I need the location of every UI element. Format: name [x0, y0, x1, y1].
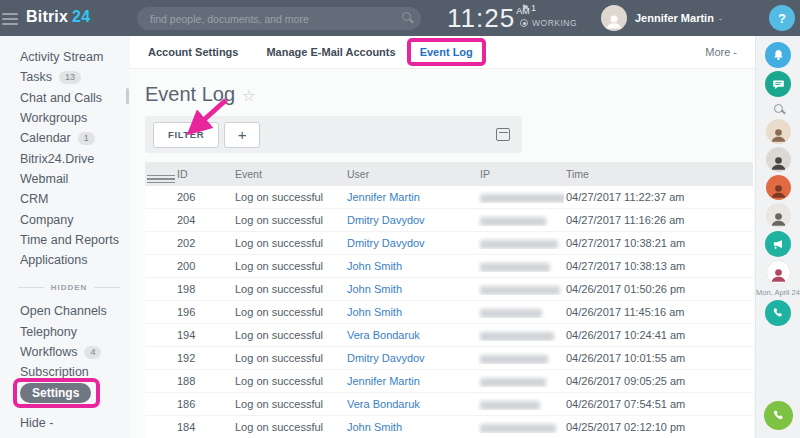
table-row[interactable]: 188Log on successfulJennifer Martin04/26…: [145, 370, 753, 393]
ip-blur: [480, 309, 542, 318]
working-status[interactable]: WORKING: [520, 18, 577, 28]
app-logo[interactable]: Bitrix24: [26, 8, 90, 26]
recent-contact-avatar[interactable]: [766, 119, 791, 144]
column-header-event[interactable]: Event: [233, 168, 345, 180]
user-menu[interactable]: Jennifer Martin -: [601, 5, 723, 31]
table-row[interactable]: 198Log on successfulJohn Smith04/26/2017…: [145, 278, 753, 301]
sidebar-item-label: Bitrix24.Drive: [20, 152, 94, 166]
sidebar-item-workgroups[interactable]: Workgroups: [0, 108, 130, 128]
table-row[interactable]: 202Log on successfulDmitry Davydov04/27/…: [145, 232, 753, 255]
ip-blur: [480, 378, 546, 387]
cell-ip-redacted: [478, 260, 564, 272]
table-row[interactable]: 200Log on successfulJohn Smith04/27/2017…: [145, 255, 753, 278]
cell-event: Log on successful: [233, 329, 345, 341]
column-header-user[interactable]: User: [345, 168, 478, 180]
sidebar-item-settings[interactable]: Settings: [0, 382, 130, 402]
messenger-button[interactable]: [765, 71, 791, 97]
sidebar-item-activity-stream[interactable]: Activity Stream: [0, 47, 130, 67]
cell-ip-redacted: [478, 375, 564, 387]
user-name: Jennifer Martin: [635, 12, 714, 24]
telephony-button[interactable]: [765, 300, 791, 326]
calendar-icon[interactable]: [496, 128, 510, 141]
avatar: [601, 5, 627, 31]
sidebar-item-bitrix24-drive[interactable]: Bitrix24.Drive: [0, 148, 130, 168]
sidebar-item-chat-and-calls[interactable]: Chat and Calls: [0, 88, 130, 108]
cell-user: Vera Bondaruk: [345, 329, 478, 341]
column-header-id[interactable]: ID: [175, 168, 233, 180]
sidebar-item-applications[interactable]: Applications: [0, 250, 130, 270]
sidebar-scrollbar[interactable]: [126, 88, 129, 104]
sidebar-item-workflows[interactable]: Workflows4: [0, 342, 130, 362]
tab-account-settings[interactable]: Account Settings: [148, 46, 238, 58]
table-row[interactable]: 196Log on successfulJohn Smith04/26/2017…: [145, 301, 753, 324]
announcements-button[interactable]: [765, 231, 791, 257]
cell-time: 04/27/2017 10:38:13 am: [564, 260, 753, 272]
table-header: ID Event User IP Time: [145, 162, 753, 186]
user-link[interactable]: Jennifer Martin: [347, 375, 420, 387]
add-filter-button[interactable]: +: [224, 122, 260, 148]
event-log-table: ID Event User IP Time 206Log on successf…: [145, 162, 753, 438]
table-row[interactable]: 204Log on successfulDmitry Davydov04/27/…: [145, 209, 753, 232]
sidebar-item-label: CRM: [20, 192, 48, 206]
sidebar-item-time-and-reports[interactable]: Time and Reports: [0, 230, 130, 250]
recent-contact-avatar[interactable]: [766, 203, 791, 228]
sidebar-hide-link[interactable]: Hide -: [0, 416, 130, 430]
user-link[interactable]: Dmitry Davydov: [347, 214, 425, 226]
user-link[interactable]: Dmitry Davydov: [347, 352, 425, 364]
sidebar-item-webmail[interactable]: Webmail: [0, 169, 130, 189]
table-row[interactable]: 184Log on successfulJohn Smith04/25/2017…: [145, 416, 753, 438]
rail-search-icon[interactable]: [774, 100, 783, 116]
cell-ip-redacted: [478, 191, 564, 203]
user-link[interactable]: John Smith: [347, 283, 402, 295]
tab-event-log[interactable]: Event Log: [420, 46, 473, 58]
sidebar-item-open-channels[interactable]: Open Channels: [0, 301, 130, 321]
sidebar-item-crm[interactable]: CRM: [0, 189, 130, 209]
user-link[interactable]: Vera Bondaruk: [347, 329, 420, 341]
cell-user: John Smith: [345, 421, 478, 433]
table-row[interactable]: 186Log on successfulVera Bondaruk04/26/2…: [145, 393, 753, 416]
settings-selected-pill[interactable]: Settings: [20, 383, 91, 403]
sidebar-item-tasks[interactable]: Tasks13: [0, 67, 130, 87]
table-row[interactable]: 194Log on successfulVera Bondaruk04/26/2…: [145, 324, 753, 347]
column-header-time[interactable]: Time: [564, 168, 753, 180]
sidebar-item-subscription[interactable]: Subscription: [0, 362, 130, 382]
tabs-more-button[interactable]: More -: [705, 46, 737, 58]
cell-time: 04/26/2017 01:50:26 pm: [564, 283, 753, 295]
user-link[interactable]: John Smith: [347, 421, 402, 433]
table-row[interactable]: 206Log on successfulJennifer Martin04/27…: [145, 186, 753, 209]
cell-time: 04/27/2017 11:16:26 am: [564, 214, 753, 226]
cell-ip-redacted: [478, 329, 564, 341]
cell-user: Dmitry Davydov: [345, 237, 478, 249]
sidebar-item-telephony[interactable]: Telephony: [0, 322, 130, 342]
notifications-button[interactable]: [765, 42, 791, 68]
recent-contact-avatar[interactable]: [766, 147, 791, 172]
cell-event: Log on successful: [233, 306, 345, 318]
column-header-ip[interactable]: IP: [478, 168, 564, 180]
sidebar-item-calendar[interactable]: Calendar1: [0, 128, 130, 148]
filter-button[interactable]: FILTER: [153, 122, 219, 148]
recent-contact-avatar[interactable]: [766, 175, 791, 200]
user-link[interactable]: Vera Bondaruk: [347, 398, 420, 410]
user-link[interactable]: Dmitry Davydov: [347, 237, 425, 249]
recent-contact-avatar[interactable]: [766, 260, 791, 285]
ip-blur: [480, 424, 556, 433]
cell-event: Log on successful: [233, 375, 345, 387]
cell-time: 04/26/2017 09:05:25 am: [564, 375, 753, 387]
user-link[interactable]: John Smith: [347, 306, 402, 318]
sidebar-item-company[interactable]: Company: [0, 209, 130, 229]
user-link[interactable]: Jennifer Martin: [347, 191, 420, 203]
user-link[interactable]: John Smith: [347, 260, 402, 272]
ip-blur: [480, 286, 560, 295]
cell-event: Log on successful: [233, 283, 345, 295]
menu-icon[interactable]: [2, 13, 18, 28]
favorite-star-icon[interactable]: ☆: [242, 87, 255, 104]
table-row[interactable]: 192Log on successfulDmitry Davydov04/26/…: [145, 347, 753, 370]
tab-manage-email-accounts[interactable]: Manage E-Mail Accounts: [266, 46, 395, 58]
table-settings-icon[interactable]: [147, 175, 175, 184]
call-button[interactable]: [764, 401, 793, 430]
search-input[interactable]: [137, 7, 421, 30]
work-clock[interactable]: 11:25AM: [447, 3, 530, 34]
sidebar-item-label: Calendar: [20, 131, 71, 145]
flag-indicator[interactable]: ⚑1: [521, 3, 536, 13]
help-button[interactable]: ?: [769, 5, 795, 31]
